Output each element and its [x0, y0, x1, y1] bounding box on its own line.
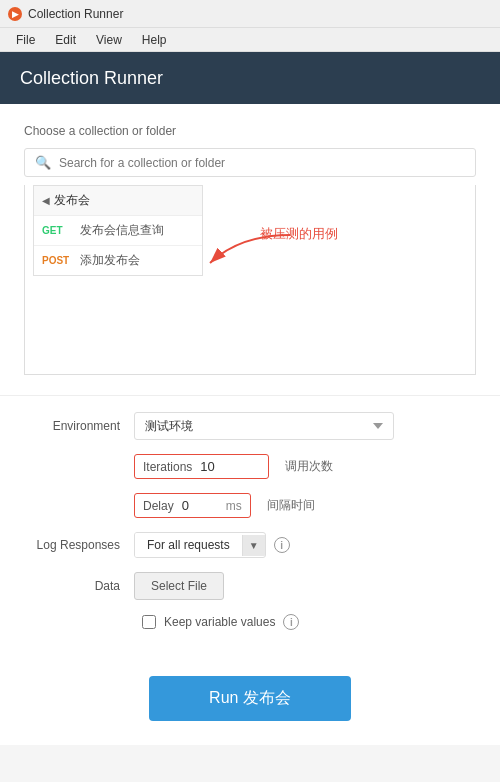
log-select-container: For all requests ▼	[134, 532, 266, 558]
delay-label: Delay	[143, 499, 174, 513]
method-badge-get: GET	[42, 225, 74, 236]
keep-variable-row: Keep variable values i	[24, 614, 476, 630]
annotation-area: 被压测的用例	[200, 225, 300, 278]
form-section: Environment 测试环境 No Environment Iteratio…	[0, 395, 500, 660]
data-label: Data	[24, 579, 134, 593]
search-box: 🔍	[24, 148, 476, 177]
log-dropdown-arrow-icon[interactable]: ▼	[242, 535, 265, 556]
log-info-icon: i	[274, 537, 290, 553]
tree-folder[interactable]: ◀ 发布会	[34, 186, 202, 216]
log-label: Log Responses	[24, 538, 134, 552]
keep-variable-info-icon: i	[283, 614, 299, 630]
data-row: Data Select File	[24, 572, 476, 600]
menu-help[interactable]: Help	[132, 31, 177, 49]
environment-label: Environment	[24, 419, 134, 433]
run-section: Run 发布会	[0, 660, 500, 745]
environment-select[interactable]: 测试环境 No Environment	[134, 412, 394, 440]
iterations-input[interactable]	[200, 459, 260, 474]
iterations-row: Iterations 调用次数	[24, 454, 476, 479]
tree-item-get[interactable]: GET 发布会信息查询	[34, 216, 202, 246]
delay-row: Delay ms 间隔时间	[24, 493, 476, 518]
collection-area: ◀ 发布会 GET 发布会信息查询 POST 添加发布会	[24, 185, 476, 375]
menu-view[interactable]: View	[86, 31, 132, 49]
delay-unit: ms	[226, 499, 242, 513]
tree-item-post[interactable]: POST 添加发布会	[34, 246, 202, 275]
environment-row: Environment 测试环境 No Environment	[24, 412, 476, 440]
menu-bar: File Edit View Help	[0, 28, 500, 52]
title-bar-text: Collection Runner	[28, 7, 123, 21]
delay-annotation: 间隔时间	[267, 497, 315, 514]
collection-picker-label: Choose a collection or folder	[24, 124, 476, 138]
main-content: Choose a collection or folder 🔍 ◀ 发布会 GE…	[0, 104, 500, 395]
folder-name: 发布会	[54, 192, 90, 209]
run-button[interactable]: Run 发布会	[149, 676, 351, 721]
menu-edit[interactable]: Edit	[45, 31, 86, 49]
search-input[interactable]	[59, 156, 465, 170]
log-select-text: For all requests	[135, 533, 242, 557]
keep-variable-label: Keep variable values	[164, 615, 275, 629]
select-file-button[interactable]: Select File	[134, 572, 224, 600]
app-icon: ▶	[8, 7, 22, 21]
menu-file[interactable]: File	[6, 31, 45, 49]
collection-tree: ◀ 发布会 GET 发布会信息查询 POST 添加发布会	[33, 185, 203, 276]
environment-control: 测试环境 No Environment	[134, 412, 476, 440]
app-header: Collection Runner	[0, 52, 500, 104]
folder-arrow-icon: ◀	[42, 195, 50, 206]
iterations-annotation: 调用次数	[285, 458, 333, 475]
iterations-label: Iterations	[143, 460, 192, 474]
search-icon: 🔍	[35, 155, 51, 170]
delay-input[interactable]	[182, 498, 222, 513]
annotation-text: 被压测的用例	[260, 225, 338, 243]
title-bar: ▶ Collection Runner	[0, 0, 500, 28]
item-name-post: 添加发布会	[80, 252, 140, 269]
header-title: Collection Runner	[20, 68, 163, 89]
item-name-get: 发布会信息查询	[80, 222, 164, 239]
iterations-field-box: Iterations	[134, 454, 269, 479]
delay-field-box: Delay ms	[134, 493, 251, 518]
keep-variable-checkbox[interactable]	[142, 615, 156, 629]
method-badge-post: POST	[42, 255, 74, 266]
log-responses-row: Log Responses For all requests ▼ i	[24, 532, 476, 558]
